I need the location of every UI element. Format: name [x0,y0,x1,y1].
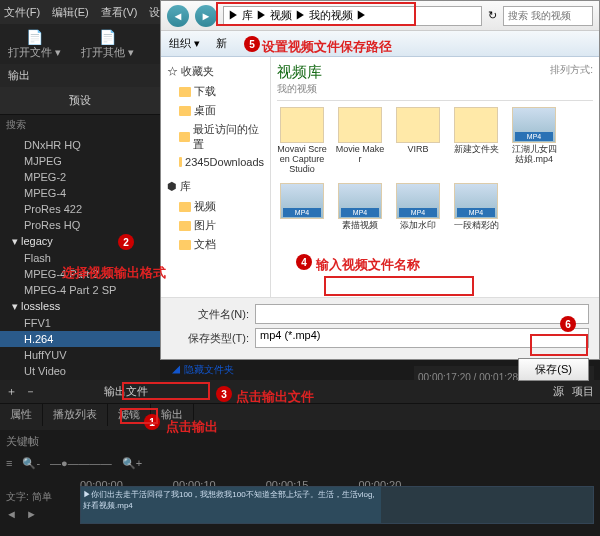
nav-forward-button[interactable]: ► [195,5,217,27]
preset-dnxhr[interactable]: DNxHR HQ [0,137,160,153]
menu-file[interactable]: 文件(F) [4,5,40,20]
new-folder-button[interactable]: 新 [216,36,227,51]
anno-1: 点击输出 [166,418,218,436]
open-other-button[interactable]: 📄打开其他 ▾ [81,29,134,60]
preset-ffv1[interactable]: FFV1 [0,315,160,331]
folder-icon [338,107,382,143]
preset-header: 预设 [0,87,160,115]
file-name: 添加水印 [393,221,443,231]
file-name: 新建文件夹 [451,145,501,155]
folder-icon [396,107,440,143]
file-item[interactable]: VIRB [393,107,443,175]
refresh-icon[interactable]: ↻ [488,9,497,22]
preset-h264[interactable]: H.264 [0,331,160,347]
track-next-icon[interactable]: ► [26,508,37,520]
file-item[interactable]: 新建文件夹 [451,107,501,175]
file-item[interactable] [277,183,327,231]
file-name: 江湖儿女四姑娘.mp4 [509,145,559,165]
file-item[interactable]: 添加水印 [393,183,443,231]
video-track[interactable]: ▶你们出去走干活回得了我100，我想救我100不知道全部上坛子。生活，生活vlo… [80,486,594,524]
mp4-icon [396,183,440,219]
preset-proreshq[interactable]: ProRes HQ [0,217,160,233]
file-item[interactable]: 素描视频 [335,183,385,231]
search-input[interactable] [503,6,593,26]
badge-1: 1 [144,414,160,430]
menu-view[interactable]: 查看(V) [101,5,138,20]
mp4-icon [280,183,324,219]
sidebar-favorites[interactable]: ☆ 收藏夹 [165,61,266,82]
search-label: 搜索 [0,115,160,135]
sidebar-2345[interactable]: 2345Downloads [165,154,266,170]
preset-mjpeg[interactable]: MJPEG [0,153,160,169]
dialog-sidebar: ☆ 收藏夹 下载 桌面 最近访问的位置 2345Downloads ⬢ 库 视频… [161,57,271,297]
mid-tabs: 属性 播放列表 滤镜 输出 [0,404,600,426]
export-label: 输出 [0,64,160,87]
mp4-icon [454,183,498,219]
preset-mp4p2sp[interactable]: MPEG-4 Part 2 SP [0,282,160,298]
anno-4: 输入视频文件名称 [316,256,420,274]
sidebar-desktop[interactable]: 桌面 [165,101,266,120]
preset-tree: DNxHR HQ MJPEG MPEG-2 MPEG-4 ProRes 422 … [0,135,160,386]
badge-5: 5 [244,36,260,52]
preset-mpeg2[interactable]: MPEG-2 [0,169,160,185]
file-item[interactable]: Movie Maker [335,107,385,175]
organize-button[interactable]: 组织 ▾ [169,36,200,51]
badge-4: 4 [296,254,312,270]
sidebar-documents[interactable]: 文档 [165,235,266,254]
sidebar-recent[interactable]: 最近访问的位置 [165,120,266,154]
anno-5: 设置视频文件保存路径 [262,38,392,56]
filename-input[interactable] [255,304,589,324]
zoom-out-icon[interactable]: 🔍- [22,457,40,470]
menu-edit[interactable]: 编辑(E) [52,5,89,20]
hide-folders-link[interactable]: ◢ 隐藏文件夹 [171,363,234,377]
file-item[interactable]: 江湖儿女四姑娘.mp4 [509,107,559,175]
keyframe-label: 关键帧 [6,434,39,449]
mp4-icon [512,107,556,143]
folder-icon [179,106,191,116]
sidebar-pictures[interactable]: 图片 [165,216,266,235]
filetype-label: 保存类型(T): [171,331,249,346]
video-clip[interactable]: ▶你们出去走干活回得了我100，我想救我100不知道全部上坛子。生活，生活vlo… [81,487,381,523]
anno-2: 选择视频输出格式 [62,264,166,282]
folder-icon [179,202,191,212]
file-name: 一段精彩的 [451,221,501,231]
badge-6: 6 [560,316,576,332]
sidebar-videos[interactable]: 视频 [165,197,266,216]
timeline-panel: 关键帧 ≡ 🔍- —●———— 🔍+ 00:00:00 00:00:10 00:… [0,430,600,536]
group-legacy[interactable]: ▾ legacy [0,233,160,250]
library-subtitle: 我的视频 [277,82,322,96]
preset-huffyuv[interactable]: HuffYUV [0,347,160,363]
save-button[interactable]: 保存(S) [518,358,589,381]
file-item[interactable]: Movavi Screen Capture Studio [277,107,327,175]
zoom-slider[interactable]: —●———— [50,457,112,469]
track-prev-icon[interactable]: ◄ [6,508,17,520]
group-lossless[interactable]: ▾ lossless [0,298,160,315]
folder-icon [179,240,191,250]
sidebar-downloads[interactable]: 下载 [165,82,266,101]
anno-3: 点击输出文件 [236,388,314,406]
file-item[interactable]: 一段精彩的 [451,183,501,231]
output-file-button[interactable]: 输出文件 [104,384,148,399]
folder-icon [179,132,190,142]
file-name: Movie Maker [335,145,385,165]
tab-playlist[interactable]: 播放列表 [43,404,108,426]
badge-2: 2 [118,234,134,250]
zoom-in-icon[interactable]: 🔍+ [122,457,142,470]
sort-label[interactable]: 排列方式: [550,63,593,96]
breadcrumb[interactable]: ▶ 库 ▶ 视频 ▶ 我的视频 ▶ [223,6,482,26]
nav-back-button[interactable]: ◄ [167,5,189,27]
preset-utvideo[interactable]: Ut Video [0,363,160,379]
library-title: 视频库 [277,63,322,82]
open-file-button[interactable]: 📄打开文件 ▾ [8,29,61,60]
file-icon: 📄 [99,29,116,45]
dialog-navbar: ◄ ► ▶ 库 ▶ 视频 ▶ 我的视频 ▶ ↻ [161,1,599,31]
preset-prores422[interactable]: ProRes 422 [0,201,160,217]
minus-icon[interactable]: － [25,384,36,399]
filename-label: 文件名(N): [171,307,249,322]
plus-icon[interactable]: ＋ [6,384,17,399]
menu-icon[interactable]: ≡ [6,457,12,469]
sidebar-libraries[interactable]: ⬢ 库 [165,176,266,197]
filetype-select[interactable]: mp4 (*.mp4) [255,328,589,348]
preset-mpeg4[interactable]: MPEG-4 [0,185,160,201]
tab-props[interactable]: 属性 [0,404,43,426]
